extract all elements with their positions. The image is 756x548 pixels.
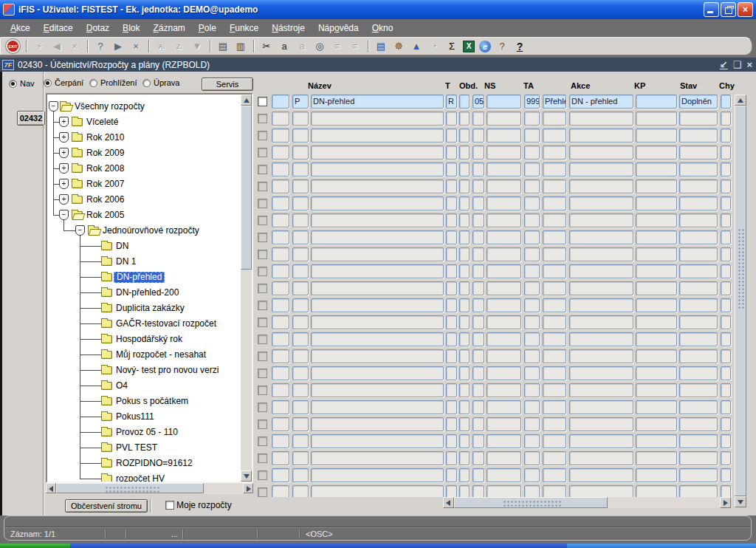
field-ns[interactable]	[487, 145, 521, 160]
row-select-checkbox[interactable]	[258, 470, 267, 480]
field-chy[interactable]	[721, 349, 731, 363]
field-nazev[interactable]	[311, 366, 444, 380]
mode-option-3[interactable]: Úprava	[142, 78, 179, 87]
field-kp[interactable]	[636, 264, 677, 278]
field-nazev[interactable]	[311, 434, 444, 448]
field-pre[interactable]	[543, 264, 566, 278]
row-select-checkbox[interactable]	[258, 352, 267, 361]
field-akce[interactable]	[569, 298, 633, 312]
row-select-checkbox[interactable]	[258, 97, 267, 106]
field-kp[interactable]	[636, 281, 677, 295]
field-ta[interactable]	[524, 451, 540, 465]
field-stav[interactable]	[679, 264, 718, 278]
field-ta[interactable]	[524, 264, 540, 278]
filter-icon[interactable]: ▼	[189, 38, 205, 54]
field-ns[interactable]	[487, 213, 521, 227]
mdi-restore-icon[interactable]: ❑	[733, 58, 742, 71]
field-akce[interactable]	[569, 281, 633, 295]
field-pre[interactable]	[543, 400, 566, 414]
field-pre[interactable]	[543, 145, 566, 160]
field-akce[interactable]	[569, 179, 633, 193]
grid-horizontal-scrollbar[interactable]	[443, 497, 731, 508]
field-pre[interactable]	[543, 383, 566, 397]
field-stav[interactable]	[679, 213, 718, 227]
field-ta[interactable]	[524, 112, 540, 126]
field-p[interactable]	[292, 485, 309, 497]
field-nazev[interactable]	[311, 349, 444, 363]
field-t[interactable]	[446, 434, 457, 448]
scroll-right-button[interactable]	[720, 497, 731, 508]
row-select-checkbox[interactable]	[258, 453, 267, 463]
nav-radio[interactable]	[9, 80, 17, 88]
field-akce[interactable]	[569, 230, 633, 244]
row-select-checkbox[interactable]	[258, 131, 267, 140]
insert-record-icon[interactable]: +	[31, 38, 47, 54]
field-ns[interactable]	[487, 162, 521, 177]
field-nazev[interactable]	[311, 315, 444, 329]
field-t[interactable]	[446, 213, 457, 227]
field-sel[interactable]	[272, 213, 289, 227]
field-nazev[interactable]	[311, 451, 444, 465]
field-c2[interactable]	[459, 196, 470, 210]
delete-record-icon[interactable]: ×	[66, 38, 83, 54]
field-nazev[interactable]: DN-přehled	[311, 95, 444, 109]
field-kp[interactable]	[636, 145, 677, 160]
wheel-icon[interactable]: ☸	[391, 38, 407, 54]
field-obd[interactable]	[472, 298, 484, 312]
field-nazev[interactable]	[311, 179, 444, 193]
field-nazev[interactable]	[311, 213, 444, 227]
grid-vertical-scrollbar[interactable]	[735, 95, 746, 507]
field-t[interactable]	[446, 349, 457, 363]
field-akce[interactable]	[569, 332, 633, 346]
field-p[interactable]	[292, 298, 309, 312]
field-sel[interactable]	[272, 315, 289, 329]
field-sel[interactable]	[272, 332, 289, 346]
field-c2[interactable]	[459, 468, 470, 482]
radio-icon[interactable]	[44, 79, 52, 87]
close-button[interactable]: ×	[738, 2, 753, 17]
field-sel[interactable]	[272, 451, 289, 465]
field-chy[interactable]	[721, 485, 731, 497]
my-budgets-checkbox[interactable]	[165, 501, 174, 510]
field-stav[interactable]	[679, 129, 718, 143]
field-stav[interactable]	[679, 315, 718, 329]
field-nazev[interactable]	[311, 162, 444, 177]
field-kp[interactable]	[636, 162, 677, 177]
field-kp[interactable]	[636, 400, 677, 414]
field-obd[interactable]	[472, 264, 484, 278]
field-ta[interactable]: 999	[524, 95, 540, 109]
field-chy[interactable]	[721, 196, 731, 210]
field-kp[interactable]	[636, 383, 677, 397]
field-c2[interactable]	[459, 281, 470, 295]
field-akce[interactable]	[569, 196, 633, 210]
field-c2[interactable]	[459, 383, 470, 397]
field-sel[interactable]	[272, 366, 289, 380]
scroll-up-button[interactable]	[735, 95, 746, 106]
field-stav[interactable]	[679, 247, 718, 261]
field-kp[interactable]	[636, 112, 677, 126]
field-p[interactable]	[292, 196, 309, 210]
field-sel[interactable]	[272, 417, 289, 431]
scrollbar-thumb[interactable]	[454, 497, 608, 508]
find-icon[interactable]: ◎	[312, 38, 328, 54]
field-ta[interactable]	[524, 298, 540, 312]
field-nazev[interactable]	[311, 383, 444, 397]
field-t[interactable]	[446, 315, 457, 329]
field-ns[interactable]	[487, 417, 521, 431]
field-chy[interactable]	[721, 129, 731, 143]
field-kp[interactable]	[636, 434, 677, 448]
field-chy[interactable]	[721, 230, 731, 244]
menu-nastroje[interactable]: Nástroje	[265, 21, 312, 35]
field-kp[interactable]	[636, 213, 677, 227]
field-obd[interactable]	[472, 468, 484, 482]
field-t[interactable]	[446, 485, 457, 497]
field-sel[interactable]	[272, 468, 289, 482]
field-pre[interactable]	[543, 129, 566, 143]
field-c2[interactable]	[459, 298, 470, 312]
minimize-button[interactable]	[704, 2, 719, 17]
menu-blok[interactable]: Blok	[116, 21, 146, 35]
clock-icon[interactable]: ◔	[426, 38, 442, 54]
field-kp[interactable]	[636, 196, 677, 210]
field-stav[interactable]	[679, 298, 718, 312]
field-obd[interactable]	[472, 213, 484, 227]
